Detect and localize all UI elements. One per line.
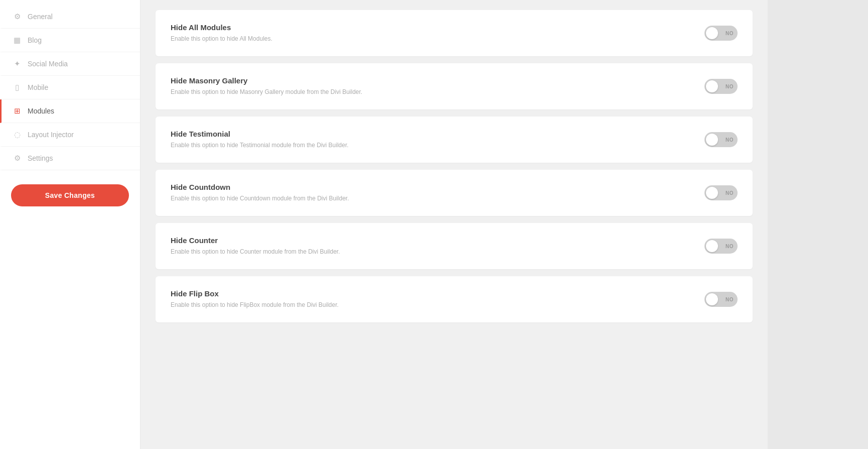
module-info-hide-masonry-gallery: Hide Masonry GalleryEnable this option t… <box>171 76 704 96</box>
sidebar-item-label-modules: Modules <box>28 107 54 115</box>
toggle-label-hide-masonry-gallery: NO <box>726 84 734 89</box>
module-desc-hide-all-modules: Enable this option to hide All Modules. <box>171 34 421 43</box>
sidebar-item-blog[interactable]: ▦Blog <box>0 29 140 52</box>
toggle-knob-hide-testimonial <box>706 134 718 146</box>
sidebar-item-label-blog: Blog <box>28 36 42 44</box>
module-card-hide-testimonial: Hide TestimonialEnable this option to hi… <box>156 117 753 163</box>
sidebar-item-modules[interactable]: ⊞Modules <box>0 99 140 123</box>
module-title-hide-all-modules: Hide All Modules <box>171 23 704 32</box>
module-info-hide-all-modules: Hide All ModulesEnable this option to hi… <box>171 23 704 43</box>
sidebar-item-label-settings: Settings <box>28 154 53 162</box>
module-title-hide-counter: Hide Counter <box>171 236 704 245</box>
toggle-hide-flip-box[interactable]: NO <box>704 292 738 307</box>
sidebar-item-social-media[interactable]: ✦Social Media <box>0 52 140 76</box>
toggle-hide-testimonial[interactable]: NO <box>704 132 738 147</box>
module-info-hide-counter: Hide CounterEnable this option to hide C… <box>171 236 704 256</box>
gear-icon: ⚙ <box>13 12 22 21</box>
module-card-hide-counter: Hide CounterEnable this option to hide C… <box>156 223 753 269</box>
sidebar-item-mobile[interactable]: ▯Mobile <box>0 76 140 99</box>
module-info-hide-countdown: Hide CountdownEnable this option to hide… <box>171 183 704 203</box>
mobile-icon: ▯ <box>13 83 22 92</box>
sidebar-item-settings[interactable]: ⚙Settings <box>0 147 140 170</box>
toggle-label-hide-testimonial: NO <box>726 137 734 143</box>
module-card-hide-all-modules: Hide All ModulesEnable this option to hi… <box>156 10 753 56</box>
toggle-knob-hide-countdown <box>706 187 718 199</box>
toggle-label-hide-countdown: NO <box>726 190 734 196</box>
toggle-label-hide-counter: NO <box>726 244 734 249</box>
module-desc-hide-testimonial: Enable this option to hide Testimonial m… <box>171 141 421 150</box>
module-info-hide-flip-box: Hide Flip BoxEnable this option to hide … <box>171 289 704 309</box>
sidebar-item-label-general: General <box>28 13 53 21</box>
sidebar-item-label-mobile: Mobile <box>28 83 48 91</box>
module-title-hide-countdown: Hide Countdown <box>171 183 704 191</box>
right-panel <box>768 0 868 449</box>
sidebar-item-label-social-media: Social Media <box>28 60 68 68</box>
save-button-wrapper: Save Changes <box>0 175 140 215</box>
toggle-hide-countdown[interactable]: NO <box>704 185 738 200</box>
toggle-hide-masonry-gallery[interactable]: NO <box>704 79 738 94</box>
blog-icon: ▦ <box>13 36 22 45</box>
toggle-label-hide-all-modules: NO <box>726 31 734 36</box>
module-title-hide-masonry-gallery: Hide Masonry Gallery <box>171 76 704 85</box>
content-panel: Hide All ModulesEnable this option to hi… <box>140 0 768 449</box>
module-title-hide-flip-box: Hide Flip Box <box>171 289 704 298</box>
toggle-label-hide-flip-box: NO <box>726 297 734 302</box>
toggle-knob-hide-masonry-gallery <box>706 80 718 92</box>
save-changes-button[interactable]: Save Changes <box>11 184 129 206</box>
settings-icon: ⚙ <box>13 154 22 163</box>
main-area: Hide All ModulesEnable this option to hi… <box>140 0 868 449</box>
module-card-hide-countdown: Hide CountdownEnable this option to hide… <box>156 170 753 216</box>
toggle-knob-hide-all-modules <box>706 27 718 39</box>
module-card-hide-flip-box: Hide Flip BoxEnable this option to hide … <box>156 276 753 322</box>
module-desc-hide-masonry-gallery: Enable this option to hide Masonry Galle… <box>171 87 421 96</box>
modules-icon: ⊞ <box>13 106 22 116</box>
module-desc-hide-flip-box: Enable this option to hide FlipBox modul… <box>171 300 421 309</box>
module-info-hide-testimonial: Hide TestimonialEnable this option to hi… <box>171 130 704 150</box>
sidebar-item-label-layout-injector: Layout Injector <box>28 131 74 139</box>
layout-icon: ◌ <box>13 130 22 139</box>
sidebar: ⚙General▦Blog✦Social Media▯Mobile⊞Module… <box>0 0 140 449</box>
toggle-knob-hide-counter <box>706 240 718 252</box>
toggle-knob-hide-flip-box <box>706 293 718 305</box>
toggle-hide-counter[interactable]: NO <box>704 239 738 254</box>
module-title-hide-testimonial: Hide Testimonial <box>171 130 704 138</box>
module-card-hide-masonry-gallery: Hide Masonry GalleryEnable this option t… <box>156 63 753 109</box>
module-desc-hide-counter: Enable this option to hide Counter modul… <box>171 247 421 256</box>
toggle-hide-all-modules[interactable]: NO <box>704 26 738 41</box>
social-icon: ✦ <box>13 59 22 68</box>
module-desc-hide-countdown: Enable this option to hide Countdown mod… <box>171 194 421 203</box>
sidebar-item-layout-injector[interactable]: ◌Layout Injector <box>0 123 140 147</box>
sidebar-item-general[interactable]: ⚙General <box>0 5 140 29</box>
